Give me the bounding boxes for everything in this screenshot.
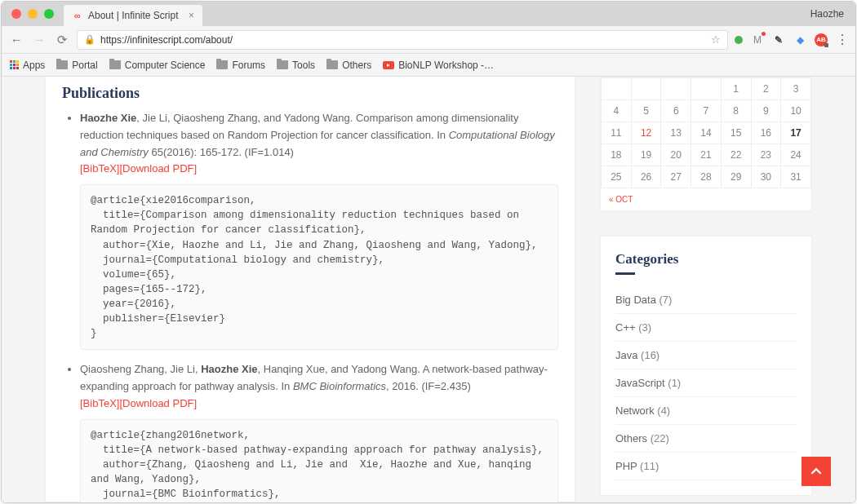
category-link[interactable]: Java [615, 349, 637, 361]
category-count: (1) [665, 377, 682, 389]
chrome-user-label[interactable]: Haozhe [810, 8, 844, 20]
category-item: Network (4) [615, 397, 797, 425]
category-link[interactable]: Network [615, 405, 655, 417]
download-pdf-link[interactable]: [Download PDF] [119, 397, 197, 409]
minimize-window-button[interactable] [28, 9, 38, 19]
calendar-row: 123 [602, 78, 811, 100]
bookmark-label: Tools [292, 60, 315, 71]
close-tab-button[interactable]: × [189, 10, 194, 21]
calendar-prev-link[interactable]: « OCT [609, 195, 633, 204]
back-button[interactable]: ← [8, 33, 24, 46]
calendar-day[interactable]: 22 [721, 144, 751, 166]
calendar-day[interactable]: 14 [691, 122, 722, 144]
publications-list: Haozhe Xie, Jie Li, Qiaosheng Zhang, and… [62, 110, 558, 502]
category-item: C++ (3) [615, 314, 797, 342]
bibtex-block: @article{xie2016comparison, title={Compa… [80, 184, 558, 350]
calendar-day[interactable]: 12 [631, 122, 661, 144]
bookmark-folder-tools[interactable]: Tools [277, 60, 315, 71]
calendar-day[interactable]: 30 [751, 166, 781, 188]
categories-list: Big Data (7)C++ (3)Java (16)JavaScript (… [615, 286, 797, 480]
forward-button[interactable]: → [31, 33, 47, 46]
calendar-day[interactable]: 26 [631, 166, 661, 188]
bookmark-bionlp[interactable]: BioNLP Workshop -… [383, 60, 494, 71]
calendar-day[interactable]: 6 [661, 100, 691, 122]
main-column: Publications Haozhe Xie, Jie Li, Qiaoshe… [45, 77, 575, 502]
calendar-day[interactable]: 10 [781, 100, 811, 122]
calendar-widget: 1234567891011121314151617181920212223242… [600, 77, 812, 211]
calendar-day[interactable]: 24 [781, 144, 811, 166]
calendar-day[interactable]: 23 [751, 144, 781, 166]
folder-icon [109, 60, 121, 69]
bibtex-link[interactable]: [BibTeX] [80, 397, 119, 409]
category-link[interactable]: C++ [615, 321, 636, 334]
calendar-row: 18192021222324 [602, 144, 811, 166]
extension-adblock-icon[interactable]: AB [815, 33, 828, 46]
calendar-day[interactable]: 4 [602, 100, 632, 122]
calendar-day[interactable]: 8 [721, 100, 751, 122]
url-bar[interactable]: 🔒 https://infinitescript.com/about/ ☆ [77, 30, 728, 50]
tab-strip: ∞ About | Infinite Script × Haozhe [2, 2, 855, 26]
calendar-day[interactable]: 31 [781, 166, 811, 188]
calendar-day[interactable]: 17 [781, 122, 811, 144]
bookmark-folder-others[interactable]: Others [326, 60, 371, 71]
calendar-day[interactable]: 21 [691, 144, 722, 166]
reload-button[interactable]: ⟳ [54, 33, 70, 47]
author-bold: Haozhe Xie [80, 112, 136, 124]
category-item: Java (16) [615, 342, 797, 369]
calendar-day[interactable]: 28 [691, 166, 722, 188]
calendar-day[interactable]: 9 [751, 100, 781, 122]
maximize-window-button[interactable] [44, 9, 54, 19]
bibtex-link[interactable]: [BibTeX] [80, 162, 119, 175]
calendar-day [661, 78, 691, 100]
publication-links: [BibTeX][Download PDF] [80, 396, 558, 413]
category-link[interactable]: Big Data [615, 294, 656, 306]
calendar-day[interactable]: 5 [631, 100, 661, 122]
calendar-row: 11121314151617 [602, 122, 811, 144]
venue-italic: Computational Biology and Chemistry [80, 129, 555, 158]
calendar-day[interactable]: 1 [721, 78, 751, 100]
calendar-day[interactable]: 18 [602, 144, 632, 166]
scroll-to-top-button[interactable] [801, 457, 831, 486]
extension-mail-icon[interactable]: M [751, 33, 764, 46]
chrome-menu-button[interactable]: ⋮ [836, 32, 849, 47]
chevron-up-icon [810, 466, 822, 477]
bookmark-label: Portal [72, 60, 97, 71]
extension-green-dot-icon[interactable] [735, 36, 743, 44]
browser-tab[interactable]: ∞ About | Infinite Script × [64, 5, 202, 26]
calendar-day[interactable]: 29 [721, 166, 751, 188]
download-pdf-link[interactable]: [Download PDF] [119, 162, 197, 175]
calendar-row: 45678910 [602, 100, 811, 122]
close-window-button[interactable] [11, 9, 21, 19]
extension-evernote-icon[interactable]: ✎ [772, 33, 785, 46]
calendar-day[interactable]: 25 [602, 166, 632, 188]
category-link[interactable]: PHP [615, 460, 637, 472]
calendar-day[interactable]: 11 [602, 122, 632, 144]
calendar-day[interactable]: 27 [661, 166, 691, 188]
bookmark-folder-portal[interactable]: Portal [56, 60, 97, 71]
bookmark-label: Computer Science [125, 60, 206, 71]
bookmark-folder-cs[interactable]: Computer Science [109, 60, 206, 71]
category-link[interactable]: JavaScript [615, 377, 665, 389]
calendar-footer: « OCT [601, 188, 811, 210]
bookmark-star-icon[interactable]: ☆ [711, 33, 721, 46]
calendar-day[interactable]: 15 [721, 122, 751, 144]
bookmark-label: Forums [232, 60, 265, 71]
calendar-day[interactable]: 2 [751, 78, 781, 100]
calendar-day[interactable]: 16 [751, 122, 781, 144]
category-count: (22) [647, 432, 669, 444]
calendar-day[interactable]: 20 [661, 144, 691, 166]
toolbar: ← → ⟳ 🔒 https://infinitescript.com/about… [2, 26, 855, 54]
youtube-icon [383, 61, 394, 69]
bookmark-folder-forums[interactable]: Forums [216, 60, 265, 71]
calendar-day[interactable]: 13 [661, 122, 691, 144]
calendar-day [631, 78, 661, 100]
folder-icon [277, 60, 288, 69]
calendar-day[interactable]: 19 [631, 144, 661, 166]
calendar-day[interactable]: 3 [781, 78, 811, 100]
calendar-day[interactable]: 7 [691, 100, 722, 122]
bookmark-apps[interactable]: Apps [10, 60, 45, 71]
extension-diamond-icon[interactable]: ◆ [793, 33, 806, 46]
extension-icons: M ✎ ◆ AB ⋮ [735, 32, 849, 47]
heading-underline [615, 272, 635, 275]
category-link[interactable]: Others [615, 432, 647, 444]
